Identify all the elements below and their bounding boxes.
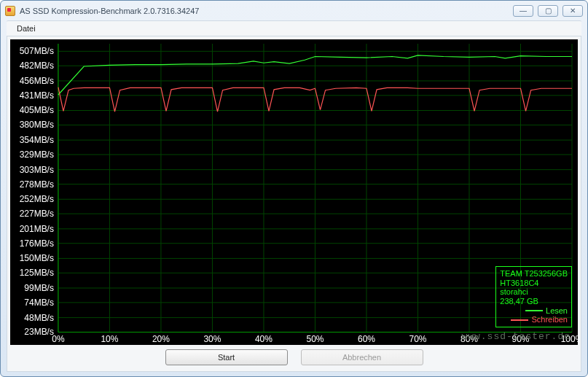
app-icon [5,6,15,16]
svg-text:201MB/s: 201MB/s [20,223,54,233]
svg-text:60%: 60% [358,334,375,344]
svg-text:354MB/s: 354MB/s [20,135,54,145]
svg-text:30%: 30% [203,334,221,344]
svg-text:23MB/s: 23MB/s [24,327,54,337]
svg-text:70%: 70% [409,334,426,344]
window-title: AS SSD Kompression-Benchmark 2.0.7316.34… [20,7,513,15]
svg-text:431MB/s: 431MB/s [20,90,54,100]
svg-text:150MB/s: 150MB/s [20,253,54,263]
abort-button: Abbrechen [301,349,423,365]
svg-text:405MB/s: 405MB/s [20,105,54,115]
svg-text:507MB/s: 507MB/s [20,46,54,56]
svg-text:278MB/s: 278MB/s [20,179,54,189]
legend-capacity: 238,47 GB [500,297,568,306]
window-controls: — ▢ ✕ [513,5,583,17]
svg-text:329MB/s: 329MB/s [20,149,54,160]
legend-read-label: Lesen [546,306,568,316]
svg-text:227MB/s: 227MB/s [20,209,54,219]
legend-write-label: Schreiben [531,315,568,324]
svg-text:252MB/s: 252MB/s [20,194,54,204]
svg-text:74MB/s: 74MB/s [24,297,54,307]
close-button[interactable]: ✕ [562,5,583,17]
chart: 507MB/s482MB/s456MB/s431MB/s405MB/s380MB… [10,39,578,345]
legend-write-line-icon [511,319,528,321]
app-window: AS SSD Kompression-Benchmark 2.0.7316.34… [0,0,588,377]
svg-text:0%: 0% [52,334,65,344]
minimize-button[interactable]: — [513,5,533,17]
svg-text:482MB/s: 482MB/s [20,61,54,71]
minimize-icon: — [520,7,527,15]
legend: TEAM T253256GB HT3618C4 storahci 238,47 … [495,266,572,327]
legend-mode: storahci [500,287,568,297]
svg-text:10%: 10% [101,334,118,344]
legend-read-line-icon [525,310,543,311]
close-icon: ✕ [570,7,576,15]
svg-text:303MB/s: 303MB/s [20,164,54,174]
content-area: 507MB/s482MB/s456MB/s431MB/s405MB/s380MB… [7,36,581,372]
chart-canvas: 507MB/s482MB/s456MB/s431MB/s405MB/s380MB… [10,39,578,345]
svg-text:50%: 50% [306,334,324,344]
svg-text:456MB/s: 456MB/s [20,75,54,85]
menu-file[interactable]: Datei [12,23,40,34]
legend-firmware: HT3618C4 [500,279,568,288]
legend-device: TEAM T253256GB [500,269,568,279]
svg-text:176MB/s: 176MB/s [20,238,54,248]
titlebar: AS SSD Kompression-Benchmark 2.0.7316.34… [1,1,587,20]
legend-read-row: Lesen [500,306,568,316]
svg-text:20%: 20% [152,334,170,344]
maximize-button[interactable]: ▢ [538,5,558,17]
watermark: www.ssd-tester.de [461,331,571,342]
svg-text:380MB/s: 380MB/s [20,120,54,130]
start-button[interactable]: Start [165,349,288,365]
svg-text:48MB/s: 48MB/s [24,312,54,322]
maximize-icon: ▢ [545,7,552,15]
svg-text:99MB/s: 99MB/s [24,283,54,293]
button-row: Start Abbrechen [7,348,581,371]
svg-text:125MB/s: 125MB/s [20,268,54,278]
legend-write-row: Schreiben [500,315,568,324]
svg-text:40%: 40% [255,334,273,344]
menubar: Datei [7,20,581,36]
